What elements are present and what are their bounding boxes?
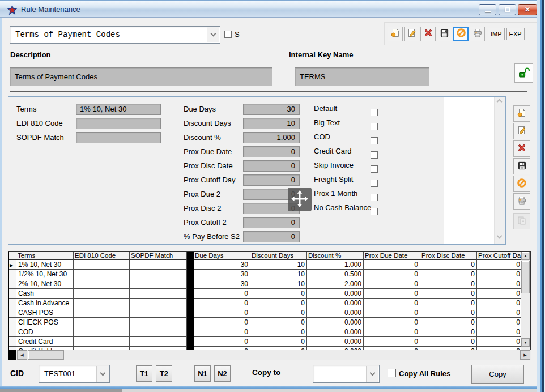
edi-810-code-field[interactable] — [76, 118, 161, 129]
table-row[interactable]: 1/2% 10, Net 3030100.500000 — [9, 270, 530, 279]
grid-vertical-scrollbar[interactable]: ▲ ▼ — [521, 252, 530, 350]
checkbox-label-default: Default — [314, 104, 337, 113]
s-checkbox-label: S — [235, 30, 240, 39]
imp-button[interactable]: IMP — [488, 28, 505, 40]
scroll-up-icon — [497, 99, 503, 105]
grid-horizontal-scrollbar[interactable]: ◀ ▶ — [9, 350, 531, 360]
print-button[interactable] — [470, 27, 485, 41]
copy-button[interactable]: Copy — [471, 365, 524, 384]
table-row[interactable]: 2% 10, Net 3030102.000000 — [9, 279, 530, 289]
table-row[interactable]: Cash in Advance000.000000 — [9, 299, 530, 308]
no-cash-balance-checkbox[interactable] — [371, 208, 378, 215]
cell-edi — [74, 260, 130, 270]
cell-discount-days: 0 — [250, 327, 307, 337]
sopdf-match-field[interactable] — [76, 132, 161, 143]
prox-cutoff-2-field[interactable]: 0 — [243, 217, 300, 228]
prox-cutoff-day-field[interactable]: 0 — [243, 174, 300, 186]
table-row[interactable]: CHECK POS000.000000 — [9, 318, 530, 327]
save-floppy-icon — [517, 161, 527, 172]
panel-vertical-scrollbar[interactable] — [494, 97, 505, 244]
prox-1-month-checkbox[interactable] — [371, 194, 378, 201]
grid-scroll-left-button[interactable]: ◀ — [17, 350, 27, 360]
big-text-checkbox[interactable] — [371, 123, 378, 130]
column-header-prox-disc-date[interactable]: Prox Disc Date — [420, 252, 477, 260]
t1-button[interactable]: T1 — [136, 365, 152, 382]
cid-dropdown-button[interactable] — [96, 366, 109, 382]
copy-to-combobox[interactable] — [313, 365, 380, 383]
side-new-button[interactable] — [513, 105, 530, 122]
discount-days-field[interactable]: 10 — [243, 118, 300, 129]
table-row[interactable]: COD000.000000 — [9, 327, 530, 337]
grid-scroll-right-button[interactable]: ▶ — [520, 350, 530, 360]
table-row[interactable]: Cash000.000000 — [9, 289, 530, 299]
cell-prox-cutoff-day: 0 — [477, 337, 522, 347]
cell-discount-pct: 0.500 — [307, 270, 364, 279]
credit-card-checkbox[interactable] — [371, 151, 378, 159]
delete-button[interactable] — [420, 27, 436, 41]
cid-value: TEST001 — [44, 365, 95, 382]
side-cancel-button[interactable] — [513, 176, 530, 192]
cell-discount-days: 0 — [250, 289, 307, 299]
skip-invoice-checkbox[interactable] — [371, 165, 378, 173]
column-header-sopdf-match[interactable]: SOPDF Match — [130, 252, 187, 260]
column-header-terms[interactable]: Terms — [16, 252, 74, 260]
cell-edi — [74, 270, 130, 279]
cell-due-days: 0 — [194, 327, 250, 337]
edit-button[interactable] — [404, 27, 419, 41]
default-checkbox[interactable] — [371, 109, 378, 116]
pay-before-s2-field[interactable]: 0 — [243, 231, 300, 242]
table-row[interactable]: Credit Card000.000000 — [9, 337, 530, 347]
exp-button[interactable]: EXP — [506, 28, 525, 40]
terms-field[interactable]: 1% 10, Net 30 — [76, 104, 161, 115]
due-days-field[interactable]: 30 — [243, 104, 300, 115]
column-header-prox-due-date[interactable]: Prox Due Date — [364, 252, 420, 260]
n2-button[interactable]: N2 — [214, 365, 231, 382]
grid-vscroll-thumb[interactable] — [521, 261, 530, 293]
t2-button[interactable]: T2 — [156, 365, 172, 382]
checkbox-label-skip-invoice: Skip Invoice — [314, 161, 354, 169]
grid-scroll-up-button[interactable]: ▲ — [521, 252, 530, 260]
table-row[interactable]: ▶1% 10, Net 3030101.000000 — [9, 260, 530, 270]
side-save-button[interactable] — [513, 158, 530, 174]
cod-checkbox[interactable] — [371, 137, 378, 144]
minimize-button[interactable] — [479, 4, 496, 15]
freight-split-checkbox[interactable] — [371, 180, 378, 187]
save-button[interactable] — [437, 27, 452, 41]
close-button[interactable]: ✕ — [518, 4, 537, 15]
column-header-discount[interactable]: Discount % — [307, 252, 364, 260]
column-header-prox-cutoff-da[interactable]: Prox Cutoff Da — [477, 252, 522, 260]
description-field[interactable]: Terms of Payment Codes — [10, 67, 272, 86]
rule-type-dropdown-button[interactable] — [207, 27, 219, 42]
grid-hscroll-thumb[interactable] — [28, 350, 64, 360]
unlock-button[interactable] — [514, 63, 533, 83]
internal-key-field[interactable]: TERMS — [295, 67, 429, 86]
cell-terms: COD — [16, 327, 74, 337]
cell-discount-days: 0 — [250, 337, 307, 347]
top-toolbar: IMPEXP — [384, 22, 542, 45]
column-header-edi-810-code[interactable]: EDI 810 Code — [74, 252, 130, 260]
new-button[interactable] — [388, 27, 403, 41]
column-header-discount-days[interactable]: Discount Days — [250, 252, 307, 260]
column-header-due-days[interactable]: Due Days — [194, 252, 250, 260]
side-edit-button[interactable] — [513, 123, 530, 139]
maximize-button[interactable] — [499, 4, 516, 15]
rule-type-combobox[interactable]: Terms of Payment Codes — [10, 26, 220, 44]
rule-detail-panel: Terms1% 10, Net 30EDI 810 CodeSOPDF Matc… — [8, 96, 506, 245]
copy-all-rules-checkbox[interactable] — [388, 369, 396, 377]
side-delete-button[interactable] — [513, 140, 530, 157]
cid-combobox[interactable]: TEST001 — [39, 365, 110, 383]
discount-field[interactable]: 1.000 — [243, 132, 300, 143]
cancel-button[interactable] — [453, 27, 469, 41]
prox-disc-date-field[interactable]: 0 — [243, 160, 300, 172]
n1-button[interactable]: N1 — [194, 365, 211, 382]
grid-scroll-down-button[interactable]: ▼ — [521, 338, 530, 347]
cell-prox-due-date: 0 — [364, 318, 420, 327]
prox-due-date-field[interactable]: 0 — [243, 146, 300, 157]
side-print-button[interactable] — [513, 193, 530, 210]
table-row[interactable]: CASH POS000.000000 — [9, 308, 530, 318]
copy-to-dropdown-button[interactable] — [366, 366, 378, 382]
chevron-down-icon — [211, 31, 216, 37]
s-checkbox[interactable] — [224, 31, 232, 38]
current-row-icon: ▶ — [10, 263, 13, 268]
rule-type-value: Terms of Payment Codes — [15, 27, 205, 43]
